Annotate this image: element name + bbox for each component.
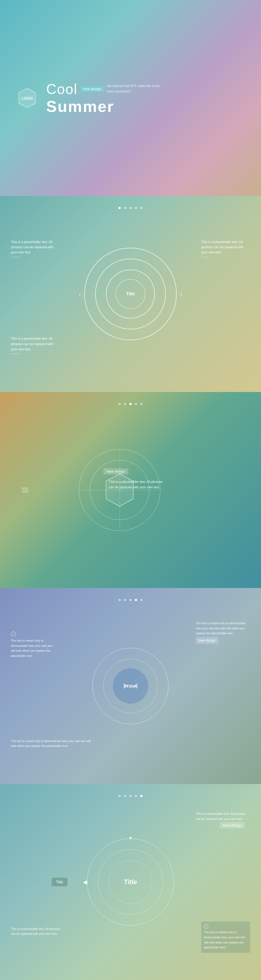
dot-3-1[interactable] [119, 403, 121, 405]
section4-newdesign-badge: New design [196, 637, 218, 644]
section3-menu-lines [22, 488, 28, 492]
dot-3-4[interactable] [135, 403, 137, 405]
dot-4-1[interactable] [119, 599, 121, 601]
section3-placeholder-text: This is a placeholder text. All phrases … [109, 479, 169, 490]
hero-description: We believe that PPT make the world more … [107, 84, 161, 94]
section4-bottom-text: The text is meant only to demonstrate ho… [11, 738, 92, 749]
dots-row-4 [119, 599, 142, 601]
section4-circle-icon: › [11, 632, 16, 636]
section4-topright-text: The text is meant only to demonstrate ho… [196, 620, 250, 644]
hero-cool-text: Cool [46, 81, 78, 97]
bottom-arrow-left-icon: ◀ [83, 879, 87, 885]
dot-1[interactable] [119, 207, 121, 209]
dot-4[interactable] [135, 207, 137, 209]
arrow-right-icon[interactable]: › [180, 291, 182, 297]
hero-title-row: Cool New design We believe that PPT make… [46, 81, 161, 97]
dot-3-3[interactable] [130, 403, 131, 405]
bottom-arrow-top-icon: ▼ [128, 836, 133, 841]
bottom-diagram: ▼ Title Title ◀ [87, 838, 174, 926]
svg-text:LOGO: LOGO [22, 96, 33, 100]
dot-3[interactable] [130, 207, 131, 209]
bottom-center-title: Title [124, 878, 137, 886]
dot-4-3[interactable] [130, 599, 131, 601]
text-topright: This is a placeholder text. All phrases … [201, 240, 250, 257]
hero-text-block: Cool New design We believe that PPT make… [46, 81, 161, 115]
circle-diagram: ‹ › Title [84, 248, 177, 340]
logo-hex: LOGO [16, 87, 38, 109]
hero-new-design-badge: New design [80, 86, 104, 92]
dot-4-4[interactable] [135, 599, 137, 601]
dot-5-1[interactable] [119, 795, 121, 797]
section5-bottomleft-text: This is a placeholder text. All phrases … [11, 926, 65, 937]
section3-newdesign-badge: New design [103, 468, 128, 474]
dot-5-3[interactable] [130, 795, 131, 797]
hero-summer-text: Summer [46, 97, 114, 115]
text-bottomleft: This is a placeholder text. All phrases … [11, 336, 60, 354]
split-arrows-icon [122, 681, 139, 692]
dots-row-3 [119, 403, 142, 405]
dot-3-5[interactable] [140, 403, 142, 405]
dot-5-4[interactable] [135, 795, 137, 797]
arrow-left-icon[interactable]: ‹ [79, 291, 81, 297]
dots-row-5 [119, 795, 142, 797]
section5-newdesign-badge: New design [220, 822, 245, 828]
section5-bottomright-text: › The text is meant only to demonstrate … [201, 921, 250, 953]
dot-4-2[interactable] [124, 599, 126, 601]
section-split: › The text is meant only to demonstrate … [0, 588, 261, 784]
dot-2[interactable] [124, 207, 126, 209]
dot-5-2[interactable] [124, 795, 126, 797]
section5-topright-text: This is a placeholder text. All phrases … [196, 811, 250, 821]
dot-3-2[interactable] [124, 403, 126, 405]
section-bottom: ▼ Title Title ◀ This is a placeholder te… [0, 784, 261, 980]
circle-center-title: Title [126, 291, 135, 296]
dot-4-5[interactable] [140, 599, 142, 601]
section4-topleft-text: › The text is meant only to demonstrate … [11, 632, 54, 659]
section5-icon: › [204, 924, 208, 929]
split-diagram: Title [92, 648, 169, 724]
dots-row [119, 207, 142, 209]
bottom-title-left: Title [52, 878, 67, 886]
section-hex: ⚙ New design This is a placeholder text.… [0, 392, 261, 588]
text-topleft: This is a placeholder text. All phrases … [11, 240, 60, 257]
dot-5[interactable] [140, 207, 142, 209]
dot-5-5[interactable] [140, 795, 142, 797]
section-hero: LOGO Cool New design We believe that PPT… [0, 0, 261, 196]
hero-subtitle-row: Summer [46, 97, 161, 115]
section-tech: This is a placeholder text. All phrases … [0, 196, 261, 392]
